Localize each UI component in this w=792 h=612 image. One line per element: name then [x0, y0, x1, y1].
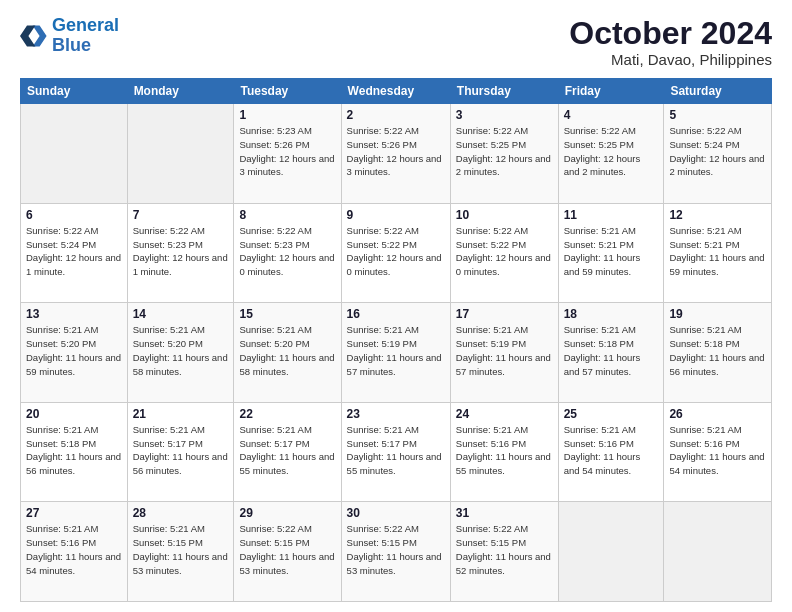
day-number: 29 — [239, 506, 335, 520]
day-number: 11 — [564, 208, 659, 222]
day-info: Sunrise: 5:21 AM Sunset: 5:19 PM Dayligh… — [456, 323, 553, 378]
calendar-cell: 20Sunrise: 5:21 AM Sunset: 5:18 PM Dayli… — [21, 402, 128, 502]
day-info: Sunrise: 5:22 AM Sunset: 5:15 PM Dayligh… — [456, 522, 553, 577]
calendar-cell: 12Sunrise: 5:21 AM Sunset: 5:21 PM Dayli… — [664, 203, 772, 303]
calendar-cell: 11Sunrise: 5:21 AM Sunset: 5:21 PM Dayli… — [558, 203, 664, 303]
calendar-week-5: 27Sunrise: 5:21 AM Sunset: 5:16 PM Dayli… — [21, 502, 772, 602]
day-number: 27 — [26, 506, 122, 520]
day-info: Sunrise: 5:21 AM Sunset: 5:16 PM Dayligh… — [669, 423, 766, 478]
header-day-friday: Friday — [558, 79, 664, 104]
header-day-wednesday: Wednesday — [341, 79, 450, 104]
day-info: Sunrise: 5:22 AM Sunset: 5:23 PM Dayligh… — [133, 224, 229, 279]
day-number: 1 — [239, 108, 335, 122]
day-number: 3 — [456, 108, 553, 122]
logo-line1: General — [52, 15, 119, 35]
day-number: 20 — [26, 407, 122, 421]
day-number: 28 — [133, 506, 229, 520]
day-info: Sunrise: 5:21 AM Sunset: 5:21 PM Dayligh… — [669, 224, 766, 279]
day-info: Sunrise: 5:21 AM Sunset: 5:21 PM Dayligh… — [564, 224, 659, 279]
calendar-cell: 25Sunrise: 5:21 AM Sunset: 5:16 PM Dayli… — [558, 402, 664, 502]
day-number: 15 — [239, 307, 335, 321]
day-info: Sunrise: 5:21 AM Sunset: 5:16 PM Dayligh… — [26, 522, 122, 577]
svg-marker-0 — [33, 25, 47, 46]
day-info: Sunrise: 5:22 AM Sunset: 5:24 PM Dayligh… — [26, 224, 122, 279]
day-number: 4 — [564, 108, 659, 122]
day-info: Sunrise: 5:22 AM Sunset: 5:22 PM Dayligh… — [347, 224, 445, 279]
calendar-cell: 10Sunrise: 5:22 AM Sunset: 5:22 PM Dayli… — [450, 203, 558, 303]
calendar-cell: 26Sunrise: 5:21 AM Sunset: 5:16 PM Dayli… — [664, 402, 772, 502]
day-number: 30 — [347, 506, 445, 520]
day-number: 12 — [669, 208, 766, 222]
day-info: Sunrise: 5:21 AM Sunset: 5:17 PM Dayligh… — [133, 423, 229, 478]
day-number: 7 — [133, 208, 229, 222]
calendar-cell: 27Sunrise: 5:21 AM Sunset: 5:16 PM Dayli… — [21, 502, 128, 602]
day-number: 2 — [347, 108, 445, 122]
day-number: 25 — [564, 407, 659, 421]
calendar-cell: 29Sunrise: 5:22 AM Sunset: 5:15 PM Dayli… — [234, 502, 341, 602]
page: General Blue October 2024 Mati, Davao, P… — [0, 0, 792, 612]
day-info: Sunrise: 5:21 AM Sunset: 5:20 PM Dayligh… — [239, 323, 335, 378]
day-info: Sunrise: 5:23 AM Sunset: 5:26 PM Dayligh… — [239, 124, 335, 179]
logo-text: General Blue — [52, 16, 119, 56]
calendar-cell — [127, 104, 234, 204]
calendar-header-row: SundayMondayTuesdayWednesdayThursdayFrid… — [21, 79, 772, 104]
day-info: Sunrise: 5:21 AM Sunset: 5:20 PM Dayligh… — [133, 323, 229, 378]
day-number: 5 — [669, 108, 766, 122]
calendar-cell: 2Sunrise: 5:22 AM Sunset: 5:26 PM Daylig… — [341, 104, 450, 204]
day-info: Sunrise: 5:21 AM Sunset: 5:16 PM Dayligh… — [564, 423, 659, 478]
day-info: Sunrise: 5:21 AM Sunset: 5:18 PM Dayligh… — [564, 323, 659, 378]
header-day-thursday: Thursday — [450, 79, 558, 104]
header-day-sunday: Sunday — [21, 79, 128, 104]
calendar-cell: 17Sunrise: 5:21 AM Sunset: 5:19 PM Dayli… — [450, 303, 558, 403]
calendar-cell: 5Sunrise: 5:22 AM Sunset: 5:24 PM Daylig… — [664, 104, 772, 204]
day-info: Sunrise: 5:21 AM Sunset: 5:18 PM Dayligh… — [669, 323, 766, 378]
calendar-week-1: 1Sunrise: 5:23 AM Sunset: 5:26 PM Daylig… — [21, 104, 772, 204]
calendar-cell: 3Sunrise: 5:22 AM Sunset: 5:25 PM Daylig… — [450, 104, 558, 204]
day-number: 17 — [456, 307, 553, 321]
day-info: Sunrise: 5:21 AM Sunset: 5:17 PM Dayligh… — [239, 423, 335, 478]
calendar-cell: 30Sunrise: 5:22 AM Sunset: 5:15 PM Dayli… — [341, 502, 450, 602]
sub-title: Mati, Davao, Philippines — [569, 51, 772, 68]
calendar-cell: 23Sunrise: 5:21 AM Sunset: 5:17 PM Dayli… — [341, 402, 450, 502]
title-block: October 2024 Mati, Davao, Philippines — [569, 16, 772, 68]
day-number: 14 — [133, 307, 229, 321]
day-number: 18 — [564, 307, 659, 321]
day-info: Sunrise: 5:21 AM Sunset: 5:16 PM Dayligh… — [456, 423, 553, 478]
day-number: 24 — [456, 407, 553, 421]
calendar-cell: 19Sunrise: 5:21 AM Sunset: 5:18 PM Dayli… — [664, 303, 772, 403]
day-info: Sunrise: 5:21 AM Sunset: 5:18 PM Dayligh… — [26, 423, 122, 478]
calendar-cell: 13Sunrise: 5:21 AM Sunset: 5:20 PM Dayli… — [21, 303, 128, 403]
day-info: Sunrise: 5:22 AM Sunset: 5:25 PM Dayligh… — [456, 124, 553, 179]
logo-line2: Blue — [52, 35, 91, 55]
calendar-cell: 8Sunrise: 5:22 AM Sunset: 5:23 PM Daylig… — [234, 203, 341, 303]
logo-icon — [20, 22, 48, 50]
calendar-cell: 1Sunrise: 5:23 AM Sunset: 5:26 PM Daylig… — [234, 104, 341, 204]
day-number: 8 — [239, 208, 335, 222]
calendar-cell — [664, 502, 772, 602]
calendar-week-4: 20Sunrise: 5:21 AM Sunset: 5:18 PM Dayli… — [21, 402, 772, 502]
svg-marker-1 — [20, 25, 35, 46]
day-number: 23 — [347, 407, 445, 421]
header-day-tuesday: Tuesday — [234, 79, 341, 104]
day-info: Sunrise: 5:21 AM Sunset: 5:15 PM Dayligh… — [133, 522, 229, 577]
calendar-cell: 18Sunrise: 5:21 AM Sunset: 5:18 PM Dayli… — [558, 303, 664, 403]
day-number: 9 — [347, 208, 445, 222]
calendar-cell: 16Sunrise: 5:21 AM Sunset: 5:19 PM Dayli… — [341, 303, 450, 403]
day-info: Sunrise: 5:22 AM Sunset: 5:24 PM Dayligh… — [669, 124, 766, 179]
day-number: 16 — [347, 307, 445, 321]
day-info: Sunrise: 5:21 AM Sunset: 5:17 PM Dayligh… — [347, 423, 445, 478]
calendar-week-3: 13Sunrise: 5:21 AM Sunset: 5:20 PM Dayli… — [21, 303, 772, 403]
calendar-cell — [558, 502, 664, 602]
calendar-week-2: 6Sunrise: 5:22 AM Sunset: 5:24 PM Daylig… — [21, 203, 772, 303]
calendar-cell: 31Sunrise: 5:22 AM Sunset: 5:15 PM Dayli… — [450, 502, 558, 602]
calendar-cell: 21Sunrise: 5:21 AM Sunset: 5:17 PM Dayli… — [127, 402, 234, 502]
day-info: Sunrise: 5:21 AM Sunset: 5:19 PM Dayligh… — [347, 323, 445, 378]
calendar-cell: 7Sunrise: 5:22 AM Sunset: 5:23 PM Daylig… — [127, 203, 234, 303]
day-info: Sunrise: 5:22 AM Sunset: 5:15 PM Dayligh… — [347, 522, 445, 577]
calendar-cell: 9Sunrise: 5:22 AM Sunset: 5:22 PM Daylig… — [341, 203, 450, 303]
calendar-cell: 6Sunrise: 5:22 AM Sunset: 5:24 PM Daylig… — [21, 203, 128, 303]
day-number: 10 — [456, 208, 553, 222]
header-day-saturday: Saturday — [664, 79, 772, 104]
day-number: 31 — [456, 506, 553, 520]
calendar-cell — [21, 104, 128, 204]
